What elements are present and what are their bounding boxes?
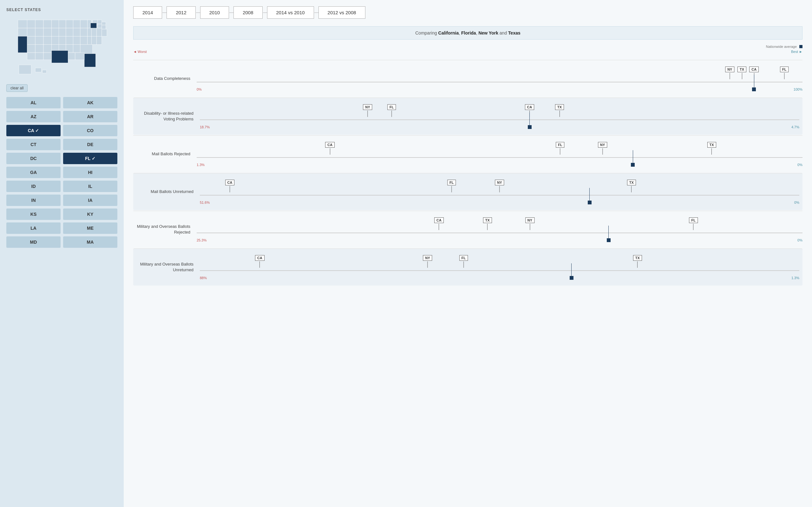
metric-chart-mail-ballots-rejected: CAFLNYTX1.3%0%: [197, 141, 803, 167]
state-btn-ca[interactable]: CA ✓: [6, 125, 61, 136]
state-btn-md[interactable]: MD: [6, 236, 61, 248]
state-marker-TX: TX: [483, 217, 492, 230]
state-btn-id[interactable]: ID: [6, 181, 61, 192]
worst-best-bar: ◄ Worst Best ►: [133, 50, 803, 54]
state-btn-ky[interactable]: KY: [63, 209, 117, 220]
svg-rect-44: [27, 44, 35, 53]
svg-rect-36: [59, 37, 66, 45]
year-tab-2012[interactable]: 2012: [166, 6, 195, 19]
clear-all-button[interactable]: clear all: [6, 84, 28, 92]
state-btn-al[interactable]: AL: [6, 97, 61, 108]
svg-rect-14: [66, 20, 73, 28]
state-btn-co[interactable]: CO: [63, 125, 117, 136]
chart-min-label: 88%: [200, 276, 207, 280]
year-tab-2014-vs-2010[interactable]: 2014 vs 2010: [267, 6, 314, 19]
svg-rect-20: [35, 28, 44, 37]
svg-rect-52: [18, 37, 27, 53]
compare-banner: Comparing California, Florida, New York …: [133, 26, 803, 40]
metric-label-military-overseas-rejected: Military and Overseas Ballots Rejected: [133, 224, 197, 235]
state-marker-NY: NY: [525, 217, 535, 230]
metric-chart-data-completeness: NYTXCAFL0%100%: [197, 66, 803, 91]
svg-rect-58: [44, 53, 52, 60]
state-btn-il[interactable]: IL: [63, 181, 117, 192]
metric-label-mail-ballots-unreturned: Mail Ballots Unreturned: [136, 189, 200, 194]
svg-rect-11: [44, 20, 52, 28]
state-btn-in[interactable]: IN: [6, 194, 61, 206]
svg-rect-24: [66, 28, 73, 37]
year-tab-2012-vs-2008[interactable]: 2012 vs 2008: [318, 6, 365, 19]
svg-rect-38: [73, 37, 80, 45]
state-grid: ALAKAZARCA ✓COCTDEDCFL ✓GAHIIDILINIAKSKY…: [6, 97, 117, 248]
state-marker-CA: CA: [434, 217, 444, 230]
year-tab-2014[interactable]: 2014: [133, 6, 162, 19]
svg-rect-33: [35, 37, 44, 45]
state-marker-FL: FL: [689, 217, 698, 230]
svg-rect-19: [27, 28, 35, 37]
svg-rect-42: [97, 37, 102, 45]
svg-rect-21: [44, 28, 52, 37]
svg-rect-10: [35, 20, 44, 28]
nationwide-avg-marker: [588, 188, 592, 205]
svg-rect-13: [59, 20, 66, 28]
state-marker-CA: CA: [325, 142, 335, 155]
nationwide-avg-marker: [528, 112, 531, 129]
state-btn-la[interactable]: LA: [6, 222, 61, 234]
nationwide-avg-marker: [607, 226, 611, 242]
state-marker-FL: FL: [387, 104, 396, 117]
state-marker-CA: CA: [255, 255, 264, 268]
chart-max-label: 1.3%: [792, 276, 799, 280]
sidebar-title: SELECT STATES: [6, 8, 41, 12]
metric-row-military-overseas-unreturned: Military and Overseas Ballots Unreturned…: [133, 248, 803, 285]
state-btn-ak[interactable]: AK: [63, 97, 117, 108]
metric-chart-military-overseas-unreturned: CANYFLTX88%1.3%: [200, 255, 799, 280]
state-btn-ct[interactable]: CT: [6, 139, 61, 150]
year-tab-2010[interactable]: 2010: [200, 6, 229, 19]
metric-chart-mail-ballots-unreturned: CAFLNYTX51.6%0%: [200, 179, 799, 205]
svg-rect-39: [80, 37, 88, 45]
chart-max-label: 100%: [794, 88, 803, 91]
state-marker-FL: FL: [556, 142, 564, 155]
state-btn-de[interactable]: DE: [63, 139, 117, 150]
svg-rect-18: [18, 28, 27, 37]
state-marker-NY: NY: [423, 255, 432, 268]
state-btn-ks[interactable]: KS: [6, 209, 61, 220]
svg-rect-2: [98, 20, 102, 24]
state-btn-ar[interactable]: AR: [63, 111, 117, 122]
svg-rect-56: [27, 53, 35, 60]
svg-rect-41: [92, 37, 97, 45]
state-marker-NY: NY: [598, 142, 607, 155]
svg-rect-23: [59, 28, 66, 37]
svg-rect-55: [90, 23, 96, 28]
metric-row-disability-voting: Disability- or Illness-related Voting Pr…: [133, 98, 803, 135]
svg-rect-34: [44, 37, 52, 45]
metric-row-mail-ballots-rejected: Mail Ballots RejectedCAFLNYTX1.3%0%: [133, 135, 803, 172]
metrics-container: Data CompletenessNYTXCAFL0%100%Disabilit…: [133, 60, 803, 285]
state-btn-hi[interactable]: HI: [63, 167, 117, 178]
state-btn-az[interactable]: AZ: [6, 111, 61, 122]
svg-rect-27: [88, 28, 92, 37]
nationwide-avg-marker: [631, 150, 635, 167]
state-marker-NY: NY: [725, 66, 734, 79]
svg-rect-57: [35, 53, 44, 60]
state-btn-ia[interactable]: IA: [63, 194, 117, 206]
year-tab-2008[interactable]: 2008: [234, 6, 262, 19]
us-map[interactable]: [8, 16, 116, 79]
state-btn-me[interactable]: ME: [63, 222, 117, 234]
svg-rect-61: [19, 65, 32, 74]
state-btn-fl[interactable]: FL ✓: [63, 153, 117, 164]
state-btn-dc[interactable]: DC: [6, 153, 61, 164]
nationwide-avg-marker: [570, 263, 573, 280]
chart-max-label: 0%: [798, 163, 803, 167]
svg-rect-60: [75, 53, 84, 60]
state-btn-ga[interactable]: GA: [6, 167, 61, 178]
svg-rect-53: [52, 51, 68, 63]
chart-min-label: 25.3%: [197, 238, 206, 242]
state-marker-FL: FL: [459, 255, 468, 268]
svg-rect-6: [102, 25, 106, 29]
metric-chart-disability-voting: NYFLCATX18.7%4.7%: [200, 104, 799, 129]
chart-min-label: 1.3%: [197, 163, 205, 167]
state-btn-ma[interactable]: MA: [63, 236, 117, 248]
svg-rect-45: [35, 44, 44, 53]
svg-rect-25: [73, 28, 80, 37]
svg-rect-30: [102, 29, 107, 37]
